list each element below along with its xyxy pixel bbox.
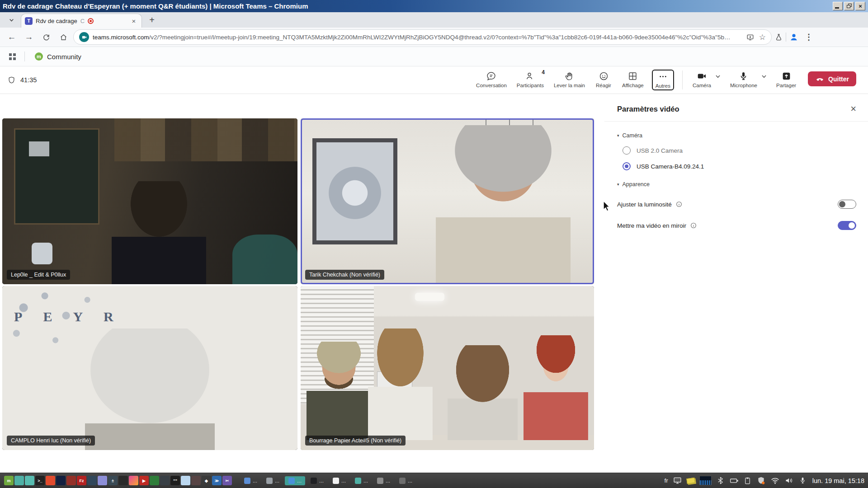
system-cleaner-icon[interactable]	[160, 476, 170, 485]
browser-tab[interactable]: T Rdv de cadrage C ×	[21, 14, 142, 28]
terminal-icon[interactable]: >_	[35, 476, 45, 485]
camera-option-usb-b4[interactable]: USB Camera-B4.09.24.1	[623, 162, 856, 170]
filezilla-icon[interactable]: Fz	[77, 476, 86, 485]
taskbar-window-button[interactable]: ...	[396, 476, 416, 485]
install-app-icon[interactable]	[746, 33, 755, 42]
shell-app-icon[interactable]: ””	[170, 476, 180, 485]
home-button[interactable]	[56, 30, 71, 44]
microphone-tray-icon[interactable]	[798, 476, 807, 485]
labs-flask-icon[interactable]	[774, 33, 783, 42]
camera-option-usb2[interactable]: USB 2.0 Camera	[623, 146, 856, 155]
react-button[interactable]: Réagir	[593, 70, 614, 89]
mail-app-icon[interactable]	[87, 476, 97, 485]
package-tool-icon[interactable]	[150, 476, 159, 485]
system-monitor-icon[interactable]	[699, 476, 712, 485]
wifi-icon[interactable]	[770, 476, 780, 485]
battery-icon[interactable]	[729, 476, 739, 485]
profile-avatar[interactable]	[789, 32, 799, 42]
mirror-toggle[interactable]	[838, 221, 856, 230]
file-manager-icon[interactable]	[14, 476, 24, 485]
meeting-header: 41:35 Conversation 4 Participants Lever …	[0, 66, 868, 94]
window-title-truncated: ...	[363, 478, 368, 484]
tab-search-button[interactable]	[5, 14, 18, 26]
shield-icon	[7, 76, 16, 84]
browser-menu-button[interactable]: ⋮	[802, 30, 816, 44]
view-button[interactable]: Affichage	[620, 70, 646, 89]
camera-options-chevron[interactable]	[714, 73, 722, 80]
flow-app-icon[interactable]: ≫	[212, 476, 222, 485]
participants-count-badge: 4	[542, 69, 545, 75]
clipboard-icon[interactable]	[743, 476, 752, 485]
language-indicator[interactable]: fr	[664, 477, 668, 484]
scene-shape	[29, 141, 50, 156]
camera-in-use-icon[interactable]	[79, 32, 89, 42]
calculator-icon[interactable]: ±	[108, 476, 118, 485]
microphone-options-chevron[interactable]	[760, 73, 768, 80]
bookmark-community[interactable]: m Community	[31, 51, 85, 62]
new-tab-button[interactable]: +	[146, 14, 158, 26]
bookmark-star-icon[interactable]: ☆	[759, 33, 766, 42]
inkscape-icon[interactable]: ◆	[202, 476, 211, 485]
close-button[interactable]: ×	[855, 2, 865, 10]
taskbar-window-button[interactable]: ...	[241, 476, 261, 485]
volume-icon[interactable]	[784, 476, 794, 485]
teams-favicon: T	[25, 17, 33, 25]
taskbar-window-button[interactable]: ...	[263, 476, 283, 485]
notes-app-icon[interactable]	[98, 476, 107, 485]
notes-icon[interactable]	[686, 477, 695, 483]
more-button[interactable]: Autres	[652, 70, 674, 90]
apps-grid-icon[interactable]	[9, 53, 12, 56]
leave-button[interactable]: Quitter	[808, 71, 856, 86]
bluetooth-icon[interactable]	[716, 476, 725, 485]
photos-app-icon[interactable]	[129, 476, 138, 485]
clock[interactable]: lun. 19 mai, 15:18	[812, 477, 864, 484]
taskbar-window-button[interactable]: ...	[285, 476, 305, 485]
pixel-editor-icon[interactable]	[66, 476, 76, 485]
taskbar-window-button[interactable]: ...	[373, 476, 394, 485]
back-button[interactable]: ←	[5, 30, 19, 44]
update-shield-icon[interactable]	[756, 476, 766, 485]
address-bar[interactable]: teams.microsoft.com/v2/?meetingjoin=true…	[73, 29, 772, 45]
chat-button[interactable]: Conversation	[474, 70, 509, 89]
share-button[interactable]: Partager	[774, 70, 798, 89]
chevron-down-icon	[761, 73, 767, 80]
video-tile[interactable]: Tarik Chekchak (Non vérifié)	[301, 118, 594, 284]
audio-tool-icon[interactable]	[118, 476, 128, 485]
panel-close-button[interactable]: ×	[850, 104, 856, 114]
opera-browser-icon[interactable]	[46, 476, 55, 485]
raise-hand-button[interactable]: Lever la main	[552, 70, 587, 89]
camera-section-header[interactable]: ▾ Caméra	[617, 132, 856, 139]
taskbar-window-button[interactable]: ...	[351, 476, 372, 485]
info-icon	[690, 222, 697, 229]
mint-favicon: m	[35, 52, 43, 61]
reload-button[interactable]	[39, 30, 53, 44]
appearance-section-header[interactable]: ▾ Apparence	[617, 181, 856, 188]
panel-divider	[604, 121, 868, 122]
microphone-button[interactable]: Microphone	[728, 70, 759, 89]
camera-button[interactable]: Caméra	[691, 70, 713, 89]
video-tile[interactable]: PEYR CAMPLO Henri luc (Non vérifié)	[2, 286, 297, 450]
display-icon[interactable]	[673, 476, 682, 485]
cloud-app-icon[interactable]	[181, 476, 190, 485]
cut-app-icon[interactable]: ✂	[222, 476, 232, 485]
participants-button[interactable]: 4 Participants	[515, 70, 546, 89]
forward-button[interactable]: →	[22, 30, 36, 44]
video-tile[interactable]: Lep0le _ Edit & P0llux	[2, 118, 297, 284]
brightness-toggle[interactable]	[838, 200, 856, 209]
video-player-icon[interactable]: ▶	[139, 476, 149, 485]
weave-app-icon[interactable]	[191, 476, 201, 485]
window-app-icon	[266, 478, 273, 484]
taskbar-window-button[interactable]: ...	[329, 476, 349, 485]
tab-close-button[interactable]: ×	[130, 17, 138, 25]
folder-icon[interactable]	[25, 476, 34, 485]
mint-menu-icon[interactable]: m	[4, 476, 14, 485]
minimize-button[interactable]	[833, 2, 843, 10]
video-tile[interactable]: Bourrage Papier Acte#5 (Non vérifié)	[301, 286, 594, 450]
view-label: Affichage	[622, 83, 644, 88]
restore-button[interactable]	[844, 2, 854, 10]
scene-shape	[32, 243, 52, 264]
taskbar-window-button[interactable]: ...	[307, 476, 327, 485]
participant-silhouette	[112, 181, 206, 284]
design-app-icon[interactable]	[56, 476, 66, 485]
microphone-label: Microphone	[730, 83, 757, 88]
